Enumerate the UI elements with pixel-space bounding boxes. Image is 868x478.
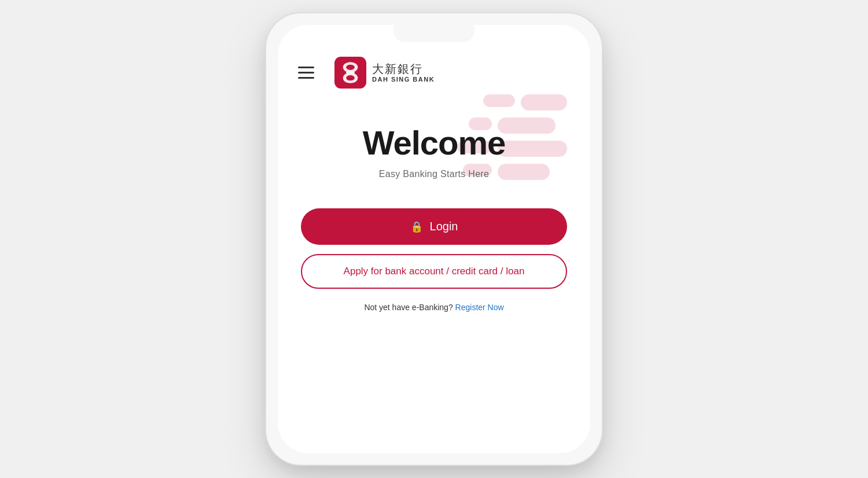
svg-point-4	[346, 75, 355, 80]
hamburger-line-3	[298, 77, 314, 79]
login-button[interactable]: 🔒 Login	[301, 208, 567, 245]
apply-label: Apply for bank account / credit card / l…	[344, 266, 525, 277]
svg-rect-5	[346, 72, 355, 74]
register-prompt: Not yet have e-Banking?	[364, 303, 453, 312]
logo-chinese: 大新銀行	[372, 62, 435, 76]
subtitle: Easy Banking Starts Here	[379, 169, 489, 179]
apply-button[interactable]: Apply for bank account / credit card / l…	[301, 254, 567, 289]
phone-screen: 大新銀行 DAH SING BANK Welcome Easy Banking …	[278, 25, 590, 453]
logo-english: DAH SING BANK	[372, 76, 435, 83]
hamburger-line-2	[298, 72, 314, 73]
welcome-title: Welcome	[363, 123, 506, 162]
hamburger-menu[interactable]	[295, 64, 317, 82]
phone-notch	[393, 25, 475, 42]
phone-mockup: 大新銀行 DAH SING BANK Welcome Easy Banking …	[266, 13, 602, 465]
main-content: Welcome Easy Banking Starts Here 🔒 Login…	[278, 100, 590, 453]
register-section: Not yet have e-Banking? Register Now	[364, 303, 503, 312]
logo-icon	[334, 57, 366, 89]
lock-icon: 🔒	[410, 220, 423, 233]
bank-logo: 大新銀行 DAH SING BANK	[334, 57, 435, 89]
logo-text: 大新銀行 DAH SING BANK	[372, 62, 435, 83]
login-label: Login	[430, 220, 458, 233]
svg-point-2	[346, 65, 355, 70]
hamburger-line-1	[298, 67, 314, 68]
register-link[interactable]: Register Now	[455, 303, 504, 312]
